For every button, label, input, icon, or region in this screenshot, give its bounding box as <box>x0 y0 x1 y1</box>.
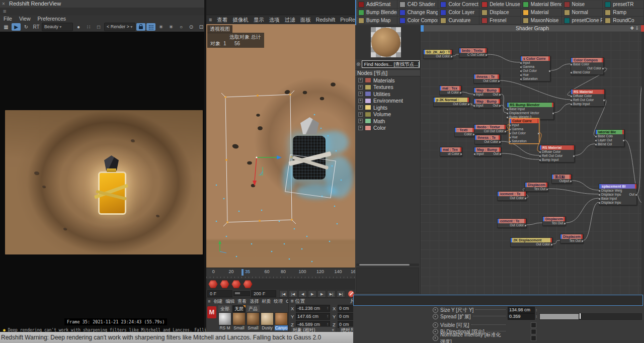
material-item-rs-m[interactable]: RS M <box>218 312 231 330</box>
graph-node-p-2k-normal[interactable]: p 2K Normal :Out Color <box>433 97 469 107</box>
expand-icon[interactable]: + <box>358 85 363 90</box>
frame-end-field[interactable]: 200 F <box>251 290 276 297</box>
expand-icon[interactable]: + <box>358 119 363 123</box>
shelf-item-presettr[interactable]: presetTR <box>603 1 644 9</box>
tree-item-materials[interactable]: +Materials <box>355 77 420 84</box>
material-item-dusty[interactable]: Dusty <box>261 312 274 330</box>
material-menu-选择[interactable]: 选择 <box>248 299 260 304</box>
focus-icon[interactable]: ⊙ <box>187 23 196 31</box>
graph-node-color-compos[interactable]: Color ComposBase ColorOut ColorBlend Col… <box>571 57 604 75</box>
close-icon[interactable]: × <box>2 0 9 8</box>
shelf-item-delete-unused-node[interactable]: Delete Unused Node <box>479 1 521 9</box>
coord-field-x-0[interactable]: -81.238 cm↕ <box>296 305 330 312</box>
hamburger-icon[interactable]: ≡ <box>3 8 6 14</box>
attribute-value-field[interactable]: 134.98 cm <box>508 307 535 313</box>
pixel-grid-button[interactable]: ∷ <box>84 23 93 31</box>
transport-button-5[interactable]: ▶| <box>327 290 336 298</box>
snapshot-grid-button[interactable] <box>146 23 155 31</box>
lock-button[interactable] <box>136 23 145 31</box>
animation-dot-icon[interactable] <box>433 335 438 341</box>
shelf-item-bump-blender[interactable]: Bump Blender <box>356 9 397 17</box>
crop-button[interactable]: □ <box>94 23 103 31</box>
tree-item-utilities[interactable]: +Utilities <box>355 91 420 98</box>
timeline-ruler[interactable]: 020356080100120140160 <box>206 268 355 279</box>
attribute-checkbox[interactable] <box>531 335 536 341</box>
graph-node-lbedo-textur[interactable]: lbedo : TexturCol Out Color <box>474 124 506 134</box>
horizontal-scrollbar[interactable] <box>356 264 419 266</box>
graph-node-mal-tex[interactable]: mal : Texut Color <box>440 147 462 156</box>
shelf-item-displace[interactable]: Displace <box>479 9 521 17</box>
hamburger-icon[interactable]: ≡ <box>206 17 214 23</box>
record-camera-button[interactable] <box>231 280 241 289</box>
viewport-menu-查看[interactable]: 查看 <box>214 17 230 23</box>
material-item-small[interactable]: Small <box>247 312 260 330</box>
shelf-item-presetclone-randomize[interactable]: presetClone Randomize <box>562 17 603 25</box>
material-menu-查看[interactable]: 查看 <box>236 299 248 304</box>
shelf-item-color-composite[interactable]: Color Composite <box>397 17 439 25</box>
restart-render-button[interactable]: ↻ <box>22 23 31 31</box>
transport-button-1[interactable]: |◀ <box>289 290 297 298</box>
material-tab-无层[interactable]: 无层 <box>232 305 246 313</box>
frame-start-field[interactable]: 0 F <box>207 290 232 297</box>
graph-node-displacem[interactable]: DisplacemTex Out <box>542 216 566 226</box>
graph-node-mal-tex[interactable]: mal : Texut Color <box>439 85 461 95</box>
graph-node-map-bump[interactable]: Map : BumpInputOut <box>474 147 501 156</box>
graph-node-color-corre[interactable]: Color CorreInputGammaOut ColorHueSaturat… <box>509 118 539 144</box>
perspective-viewport[interactable]: ≡查看摄像机显示选项过滤面板RedshiftProRender <box>206 15 355 268</box>
material-tab-全部[interactable]: 全部 <box>218 305 231 313</box>
viewport-menu-显示[interactable]: 显示 <box>251 17 267 23</box>
shader-graph-titlebar[interactable]: Shader Graph ✚ ⇩ <box>421 25 644 32</box>
record-selection-button[interactable] <box>243 280 253 289</box>
shelf-item-maxonnoise[interactable]: MaxonNoise <box>521 17 562 25</box>
shelf-item-change-range[interactable]: Change Range <box>397 9 439 17</box>
tree-item-color[interactable]: +Color <box>355 125 420 132</box>
graph-node-ihness-te[interactable]: ihness : TeOut Color <box>474 135 501 144</box>
shelf-item-normal[interactable]: Normal <box>562 9 603 17</box>
shelf-item-curvature[interactable]: Curvature <box>438 17 479 25</box>
material-tab-产品[interactable]: 产品 <box>247 305 260 313</box>
menu-file[interactable]: File <box>0 15 16 22</box>
clear-search-icon[interactable]: ⊗ <box>356 61 360 67</box>
material-menu-纹理[interactable]: 纹理 <box>272 299 284 304</box>
rgb-channel-button[interactable]: ● <box>74 23 83 31</box>
start-render-button[interactable]: ▶ <box>12 23 21 31</box>
expand-icon[interactable]: + <box>358 92 363 96</box>
animation-dot-icon[interactable] <box>433 314 438 319</box>
graph-node-sd-2k-ao-t[interactable]: SD_2K_AO : TOut Color <box>423 49 452 59</box>
transport-button-0[interactable]: |◀ <box>279 290 288 298</box>
graph-node-texti[interactable]: : TextiColor <box>454 127 474 137</box>
shelf-item-material[interactable]: Material <box>521 9 562 17</box>
snapshot-b-icon[interactable]: ✳ <box>167 23 176 31</box>
graph-node-icement-te[interactable]: icement : TeOut Color <box>497 191 526 201</box>
graph-node-map-bump[interactable]: Map : BumpInputOut <box>473 99 501 108</box>
hamburger-icon[interactable]: ≡ <box>291 298 294 304</box>
graph-node-s-color-corre[interactable]: s Color CorreInputGammaOut ColorHueSatur… <box>520 56 550 81</box>
graph-node-laterial-ble[interactable]: laterial BleBase ColoLayer OutBlend Col <box>595 129 624 147</box>
graph-node-rs-material[interactable]: RS MaterialDiffuse ColorRefl Out ColorBu… <box>571 89 605 107</box>
viewport-menu-选项[interactable]: 选项 <box>267 17 282 23</box>
menu-preferences[interactable]: Preferences <box>34 15 70 22</box>
shelf-item-bump-map[interactable]: Bump Map <box>356 17 397 25</box>
graph-node-顶点贴[interactable]: 顶点贴Output <box>551 174 572 184</box>
transport-button-6[interactable]: ▶| <box>337 290 345 298</box>
attribute-checkbox[interactable] <box>531 329 536 334</box>
find-nodes-input[interactable]: Find Nodes... [查找节点...] <box>362 60 420 68</box>
shelf-item-roundco[interactable]: RoundCo <box>603 17 644 25</box>
material-item-canyo[interactable]: Canyo <box>275 312 288 330</box>
material-menu-创建[interactable]: 创建 <box>212 299 224 304</box>
graph-node-2k-displacement[interactable]: 2K DisplacementOut Color <box>510 237 552 247</box>
expand-icon[interactable]: + <box>358 126 363 130</box>
expand-icon[interactable]: + <box>358 99 363 103</box>
viewport-menu-面板[interactable]: 面板 <box>298 17 313 23</box>
graph-node-rs-bump-blender[interactable]: RS Bump BlenderBase InputDisplacement Ve… <box>507 102 554 120</box>
tree-item-lights[interactable]: +Lights <box>355 104 420 111</box>
tree-item-environment[interactable]: +Environment <box>355 98 420 105</box>
menu-view[interactable]: View <box>16 15 34 22</box>
pass-selector[interactable]: Beauty ▾ <box>42 23 73 31</box>
expand-icon[interactable]: + <box>358 112 363 117</box>
shelf-item-noise[interactable]: Noise <box>562 1 603 9</box>
transport-button-2[interactable]: ◀ <box>298 290 307 298</box>
compare-mode-button[interactable]: ○ <box>177 23 186 31</box>
shelf-item-color-correct[interactable]: Color Correct <box>438 1 479 9</box>
snapshot-a-icon[interactable]: ✳ <box>156 23 166 31</box>
